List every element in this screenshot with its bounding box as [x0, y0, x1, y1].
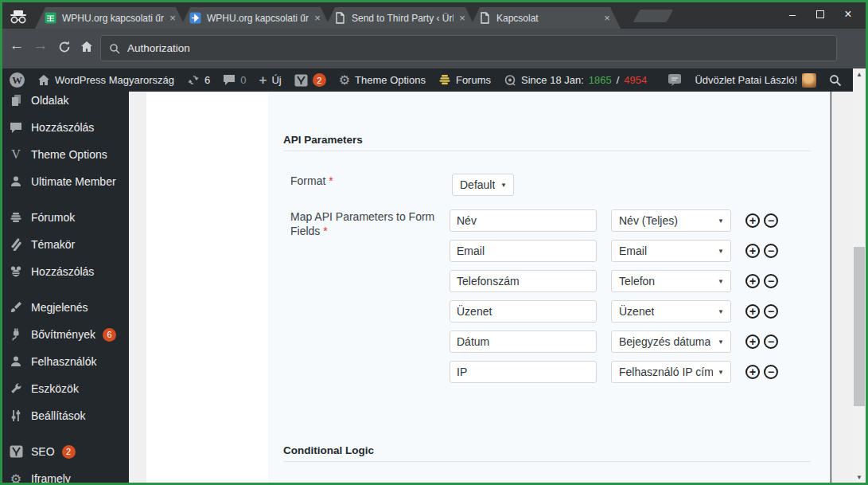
close-button[interactable]: ×	[836, 5, 860, 24]
new-label: Új	[271, 74, 281, 86]
add-row-button[interactable]: +	[745, 274, 760, 288]
param-input[interactable]	[450, 270, 597, 292]
field-selected-value: Üzenet	[619, 305, 654, 318]
yoast-seo-menu[interactable]: 2	[288, 68, 333, 92]
param-input[interactable]	[450, 209, 597, 232]
sidebar-item-seo[interactable]: SEO 2	[0, 438, 129, 465]
sidebar-item-temakor[interactable]: Témakör	[0, 231, 129, 258]
section-title-api-parameters: API Parameters	[283, 134, 363, 146]
sidebar-item-label: Bővítmények	[31, 328, 95, 341]
sidebar-item-hozzaszolas-bbp[interactable]: Hozzászólás	[0, 258, 129, 285]
add-row-button[interactable]: +	[745, 304, 760, 319]
sidebar-item-megjelenes[interactable]: Megjelenés	[0, 294, 129, 321]
map-row-2: Email ▼ + −	[450, 240, 778, 262]
remove-row-button[interactable]: −	[764, 274, 778, 288]
minimize-button[interactable]: –	[780, 5, 804, 24]
remove-row-button[interactable]: −	[764, 304, 778, 319]
sidebar-item-felhasznalok[interactable]: Felhasználók	[0, 348, 129, 375]
param-input[interactable]	[450, 331, 597, 353]
param-input[interactable]	[450, 300, 597, 323]
stats-menu[interactable]: Since 18 Jan: 1865 / 4954	[497, 68, 653, 92]
sidebar-item-label: Témakör	[31, 238, 75, 251]
tab-close-icon[interactable]: ×	[601, 12, 613, 24]
chevron-down-icon: ▼	[718, 217, 724, 225]
param-input[interactable]	[450, 240, 597, 262]
param-input[interactable]	[450, 361, 597, 383]
home-button[interactable]	[80, 40, 94, 54]
greeting-text: Üdvözlet Patai László!	[695, 74, 797, 86]
wp-admin-menu: Oldalak Hozzászólás V Theme Options Ulti…	[0, 92, 129, 483]
scroll-down-arrow[interactable]: ▼	[853, 471, 866, 483]
remove-row-button[interactable]: −	[764, 213, 778, 228]
tab-4[interactable]: Kapcsolat ×	[469, 7, 621, 29]
avatar	[802, 73, 816, 88]
add-row-button[interactable]: +	[745, 213, 760, 228]
remove-row-button[interactable]: −	[764, 244, 778, 258]
tab-2[interactable]: WPHU.org kapcsolati űrlap ×	[180, 7, 331, 29]
sidebar-item-label: Hozzászólás	[31, 121, 94, 134]
theme-options-menu[interactable]: ⚙ Theme Options	[333, 68, 432, 92]
sidebar-item-eszkozok[interactable]: Eszközök	[0, 375, 129, 402]
wp-logo-menu[interactable]: W	[0, 68, 31, 92]
account-menu[interactable]: Üdvözlet Patai László!	[688, 68, 823, 92]
gear-icon: ⚙	[8, 471, 24, 483]
field-select[interactable]: Bejegyzés dátuma ▼	[611, 331, 731, 353]
pages-icon	[8, 93, 24, 108]
topics-icon	[8, 237, 24, 252]
map-row-5: Bejegyzés dátuma ▼ + −	[450, 331, 778, 353]
sidebar-item-label: SEO	[31, 445, 55, 458]
remove-row-button[interactable]: −	[764, 365, 778, 379]
sidebar-item-iframely[interactable]: ⚙ Iframely	[0, 465, 129, 483]
sidebar-item-beallitasok[interactable]: Beállítások	[0, 402, 129, 429]
menu-separator	[0, 195, 129, 204]
maximize-icon	[816, 10, 824, 18]
sidebar-item-ultimate-member[interactable]: Ultimate Member	[0, 168, 129, 195]
sidebar-item-theme-options[interactable]: V Theme Options	[0, 141, 129, 168]
yoast-icon	[294, 74, 308, 87]
sidebar-item-label: Felhasználók	[31, 355, 97, 368]
format-label: Format *	[290, 174, 333, 187]
site-name-menu[interactable]: WordPress Magyarország	[31, 68, 181, 92]
comments-menu[interactable]: 0	[216, 68, 252, 92]
tab-close-icon[interactable]: ×	[457, 12, 468, 24]
forums-menu[interactable]: Forums	[432, 68, 497, 92]
scrollbar-thumb[interactable]	[854, 247, 865, 406]
field-select[interactable]: Email ▼	[611, 240, 731, 262]
messages-menu[interactable]	[661, 68, 688, 92]
new-content-menu[interactable]: + Új	[253, 68, 288, 92]
tab-3[interactable]: Send to Third Party ‹ Űrla ×	[325, 7, 476, 29]
stats-current: 1865	[589, 74, 612, 86]
field-select[interactable]: Telefon ▼	[611, 270, 731, 292]
reload-button[interactable]	[57, 40, 72, 54]
field-select[interactable]: Felhasználó IP cím ▼	[611, 361, 731, 383]
updates-menu[interactable]: 6	[181, 68, 216, 92]
field-select[interactable]: Üzenet ▼	[611, 300, 731, 323]
sidebar-item-bovitmenyek[interactable]: Bővítmények 6	[0, 321, 129, 348]
new-tab-button[interactable]	[633, 10, 674, 22]
tab-1[interactable]: WPHU.org kapcsolati űrlap ×	[35, 7, 186, 29]
chevron-down-icon: ▼	[718, 369, 724, 376]
wrench-icon	[8, 381, 24, 396]
tab-close-icon[interactable]: ×	[312, 12, 323, 24]
forward-button[interactable]: →	[30, 37, 51, 54]
add-row-button[interactable]: +	[745, 244, 760, 258]
add-row-button[interactable]: +	[745, 365, 760, 379]
stats-separator: /	[617, 74, 620, 86]
divider	[283, 461, 811, 462]
scroll-up-arrow[interactable]: ▲	[853, 68, 866, 80]
theme-options-label: Theme Options	[355, 74, 426, 86]
sidebar-item-forumok[interactable]: Fórumok	[0, 204, 129, 231]
remove-row-button[interactable]: −	[764, 334, 778, 349]
map-row-6: Felhasználó IP cím ▼ + −	[450, 361, 778, 383]
stats-total: 4954	[624, 74, 647, 86]
format-select[interactable]: Default ▼	[452, 174, 514, 196]
sidebar-item-hozzaszolas[interactable]: Hozzászólás	[0, 114, 129, 141]
adminbar-search[interactable]	[823, 68, 853, 92]
add-row-button[interactable]: +	[745, 334, 760, 349]
tab-close-icon[interactable]: ×	[167, 12, 178, 24]
back-button[interactable]: ←	[6, 37, 27, 54]
address-bar[interactable]: Authorization	[100, 35, 837, 61]
sidebar-item-oldalak[interactable]: Oldalak	[0, 92, 129, 114]
field-select[interactable]: Név (Teljes) ▼	[611, 209, 731, 232]
maximize-button[interactable]	[808, 5, 832, 24]
